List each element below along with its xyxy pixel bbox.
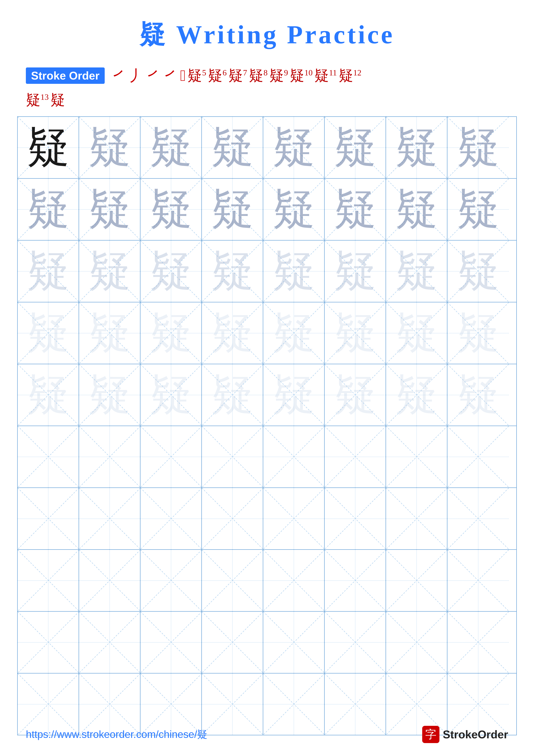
- grid-cell-5-3[interactable]: 疑: [140, 364, 202, 426]
- grid-cell-5-7[interactable]: 疑: [386, 364, 447, 426]
- grid-cell-9-4[interactable]: [202, 611, 263, 673]
- grid-cell-6-5[interactable]: [263, 426, 325, 487]
- grid-cell-9-5[interactable]: [263, 611, 325, 673]
- grid-cell-3-5[interactable]: 疑: [263, 240, 325, 302]
- grid-cell-5-2[interactable]: 疑: [79, 364, 140, 426]
- grid-cell-2-1[interactable]: 疑: [18, 179, 79, 240]
- grid-cell-7-3[interactable]: [140, 488, 202, 549]
- grid-cell-1-1[interactable]: 疑: [18, 117, 79, 178]
- grid-cell-5-5[interactable]: 疑: [263, 364, 325, 426]
- grid-cell-6-2[interactable]: [79, 426, 140, 487]
- grid-cell-8-3[interactable]: [140, 550, 202, 611]
- grid-cell-1-7[interactable]: 疑: [386, 117, 447, 178]
- grid-cell-2-7[interactable]: 疑: [386, 179, 447, 240]
- grid-row-1: 疑 疑 疑 疑 疑 疑 疑 疑: [18, 117, 516, 179]
- grid-cell-4-8[interactable]: 疑: [447, 302, 509, 364]
- grid-cell-9-6[interactable]: [325, 611, 386, 673]
- grid-cell-2-5[interactable]: 疑: [263, 179, 325, 240]
- svg-line-99: [79, 488, 140, 549]
- svg-line-86: [202, 426, 263, 487]
- svg-line-91: [325, 426, 386, 487]
- svg-line-119: [202, 550, 263, 611]
- grid-cell-4-6[interactable]: 疑: [325, 302, 386, 364]
- grid-cell-1-8[interactable]: 疑: [447, 117, 509, 178]
- grid-cell-8-6[interactable]: [325, 550, 386, 611]
- grid-cell-7-5[interactable]: [263, 488, 325, 549]
- grid-cell-1-6[interactable]: 疑: [325, 117, 386, 178]
- grid-cell-9-2[interactable]: [79, 611, 140, 673]
- grid-cell-4-5[interactable]: 疑: [263, 302, 325, 364]
- grid-row-5: 疑 疑 疑 疑 疑 疑 疑 疑: [18, 364, 516, 426]
- grid-row-4: 疑 疑 疑 疑 疑 疑 疑 疑: [18, 302, 516, 364]
- footer: https://www.strokeorder.com/chinese/疑 字 …: [0, 726, 534, 743]
- grid-cell-4-2[interactable]: 疑: [79, 302, 140, 364]
- svg-line-133: [140, 611, 201, 673]
- grid-cell-3-6[interactable]: 疑: [325, 240, 386, 302]
- grid-cell-8-4[interactable]: [202, 550, 263, 611]
- stroke-15: 疑: [50, 90, 65, 110]
- grid-cell-6-7[interactable]: [386, 426, 447, 487]
- grid-cell-5-6[interactable]: 疑: [325, 364, 386, 426]
- grid-cell-5-8[interactable]: 疑: [447, 364, 509, 426]
- grid-cell-8-2[interactable]: [79, 550, 140, 611]
- grid-cell-6-6[interactable]: [325, 426, 386, 487]
- grid-cell-3-3[interactable]: 疑: [140, 240, 202, 302]
- grid-cell-6-4[interactable]: [202, 426, 263, 487]
- grid-cell-9-8[interactable]: [447, 611, 509, 673]
- grid-cell-4-4[interactable]: 疑: [202, 302, 263, 364]
- grid-cell-2-4[interactable]: 疑: [202, 179, 263, 240]
- grid-cell-8-8[interactable]: [447, 550, 509, 611]
- char-practice: 疑: [272, 188, 315, 231]
- grid-cell-8-7[interactable]: [386, 550, 447, 611]
- svg-line-137: [263, 611, 324, 673]
- grid-cell-3-8[interactable]: 疑: [447, 240, 509, 302]
- grid-cell-4-3[interactable]: 疑: [140, 302, 202, 364]
- char-practice: 疑: [88, 311, 131, 355]
- grid-cell-7-6[interactable]: [325, 488, 386, 549]
- stroke-7: 疑6: [208, 66, 227, 86]
- svg-line-105: [263, 488, 324, 549]
- char-practice: 疑: [149, 250, 192, 293]
- grid-cell-2-3[interactable]: 疑: [140, 179, 202, 240]
- grid-cell-9-7[interactable]: [386, 611, 447, 673]
- svg-line-93: [386, 426, 447, 487]
- stroke-6: 疑5: [188, 66, 206, 86]
- svg-line-129: [18, 611, 79, 673]
- grid-cell-1-2[interactable]: 疑: [79, 117, 140, 178]
- grid-cell-7-7[interactable]: [386, 488, 447, 549]
- footer-url[interactable]: https://www.strokeorder.com/chinese/疑: [26, 728, 207, 741]
- grid-cell-4-1[interactable]: 疑: [18, 302, 79, 364]
- grid-cell-1-4[interactable]: 疑: [202, 117, 263, 178]
- grid-cell-1-5[interactable]: 疑: [263, 117, 325, 178]
- grid-cell-7-4[interactable]: [202, 488, 263, 549]
- svg-line-83: [79, 426, 140, 487]
- char-practice: 疑: [457, 250, 500, 293]
- grid-cell-8-1[interactable]: [18, 550, 79, 611]
- grid-cell-2-6[interactable]: 疑: [325, 179, 386, 240]
- grid-cell-9-1[interactable]: [18, 611, 79, 673]
- grid-cell-9-3[interactable]: [140, 611, 202, 673]
- grid-cell-6-3[interactable]: [140, 426, 202, 487]
- grid-cell-2-8[interactable]: 疑: [447, 179, 509, 240]
- grid-cell-2-2[interactable]: 疑: [79, 179, 140, 240]
- grid-cell-6-1[interactable]: [18, 426, 79, 487]
- grid-cell-3-2[interactable]: 疑: [79, 240, 140, 302]
- grid-cell-8-5[interactable]: [263, 550, 325, 611]
- grid-cell-3-1[interactable]: 疑: [18, 240, 79, 302]
- grid-cell-3-4[interactable]: 疑: [202, 240, 263, 302]
- grid-cell-5-4[interactable]: 疑: [202, 364, 263, 426]
- char-practice: 疑: [88, 373, 131, 417]
- grid-cell-4-7[interactable]: 疑: [386, 302, 447, 364]
- char-practice: 疑: [27, 188, 70, 231]
- stroke-1: ㇒: [111, 65, 127, 86]
- grid-cell-6-8[interactable]: [447, 426, 509, 487]
- char-practice: 疑: [211, 126, 254, 169]
- grid-cell-3-7[interactable]: 疑: [386, 240, 447, 302]
- grid-cell-7-1[interactable]: [18, 488, 79, 549]
- grid-cell-7-8[interactable]: [447, 488, 509, 549]
- grid-cell-1-3[interactable]: 疑: [140, 117, 202, 178]
- grid-cell-5-1[interactable]: 疑: [18, 364, 79, 426]
- grid-cell-7-2[interactable]: [79, 488, 140, 549]
- stroke-14: 疑13: [26, 90, 49, 110]
- page-title: 疑 Writing Practice: [0, 0, 534, 52]
